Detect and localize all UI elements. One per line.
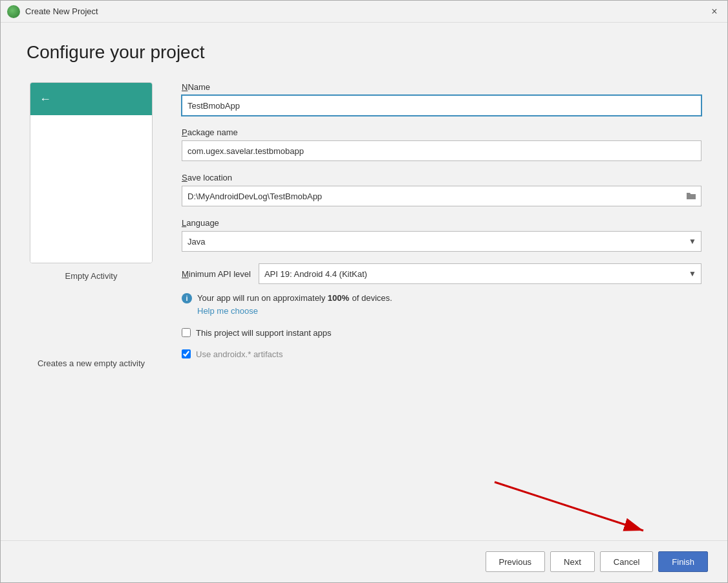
finish-button[interactable]: Finish xyxy=(658,551,708,572)
help-me-choose-link[interactable]: Help me choose xyxy=(197,306,258,316)
language-field-group: Language Java Kotlin ▼ xyxy=(182,218,701,252)
package-name-field-group: Package name xyxy=(182,127,701,161)
instant-apps-row: This project will support instant apps xyxy=(182,328,701,338)
androidx-label: Use androidx.* artifacts xyxy=(196,349,283,359)
name-field-group: NName xyxy=(182,82,701,116)
save-location-input-wrapper xyxy=(182,186,701,206)
phone-header: ← xyxy=(30,83,152,115)
save-location-field-group: Save location xyxy=(182,173,701,206)
language-select[interactable]: Java Kotlin xyxy=(182,231,701,252)
main-area: ← Empty Activity Creates a new empty act… xyxy=(27,82,701,540)
instant-apps-label: This project will support instant apps xyxy=(196,328,332,338)
back-arrow-icon: ← xyxy=(39,93,51,106)
api-level-select[interactable]: API 19: Android 4.4 (KitKat) API 21: And… xyxy=(259,263,701,284)
content-area: Configure your project ← Empty Activity … xyxy=(1,23,727,540)
close-button[interactable]: × xyxy=(708,5,721,18)
name-input[interactable] xyxy=(182,95,701,116)
right-panel: NName Package name Save location xyxy=(182,82,701,540)
folder-browse-button[interactable] xyxy=(681,186,701,206)
androidx-row: Use androidx.* artifacts xyxy=(182,349,701,359)
previous-button[interactable]: Previous xyxy=(486,551,546,572)
info-percent: 100% xyxy=(328,293,349,303)
api-level-row: Minimum API level API 19: Android 4.4 (K… xyxy=(182,263,701,284)
page-title: Configure your project xyxy=(27,42,701,63)
name-label: NName xyxy=(182,82,701,92)
api-select-wrapper: API 19: Android 4.4 (KitKat) API 21: And… xyxy=(259,263,701,284)
info-text: Your app will run on approximately 100% … xyxy=(197,292,392,316)
app-icon xyxy=(7,5,20,18)
activity-description: Creates a new empty activity xyxy=(37,358,145,368)
instant-apps-checkbox[interactable] xyxy=(182,328,191,337)
phone-preview: ← xyxy=(30,82,153,263)
titlebar-title: Create New Project xyxy=(25,6,708,16)
activity-label: Empty Activity xyxy=(65,271,118,281)
cancel-button[interactable]: Cancel xyxy=(600,551,653,572)
language-select-wrapper: Java Kotlin ▼ xyxy=(182,231,701,252)
left-panel: ← Empty Activity Creates a new empty act… xyxy=(27,82,156,540)
androidx-checkbox[interactable] xyxy=(182,349,191,358)
info-icon: i xyxy=(182,293,192,303)
phone-body xyxy=(30,115,152,263)
info-prefix: Your app will run on approximately xyxy=(197,293,328,303)
language-label: Language xyxy=(182,218,701,228)
api-level-label: Minimum API level xyxy=(182,269,251,279)
info-suffix: of devices. xyxy=(352,293,392,303)
titlebar: Create New Project × xyxy=(1,1,727,23)
footer: Previous Next Cancel Finish xyxy=(1,540,727,582)
package-name-label: Package name xyxy=(182,127,701,137)
main-window: Create New Project × Configure your proj… xyxy=(0,0,728,583)
save-location-label: Save location xyxy=(182,173,701,182)
info-row: i Your app will run on approximately 100… xyxy=(182,292,701,316)
next-button[interactable]: Next xyxy=(550,551,595,572)
save-location-input[interactable] xyxy=(182,186,681,206)
package-name-input[interactable] xyxy=(182,140,701,161)
